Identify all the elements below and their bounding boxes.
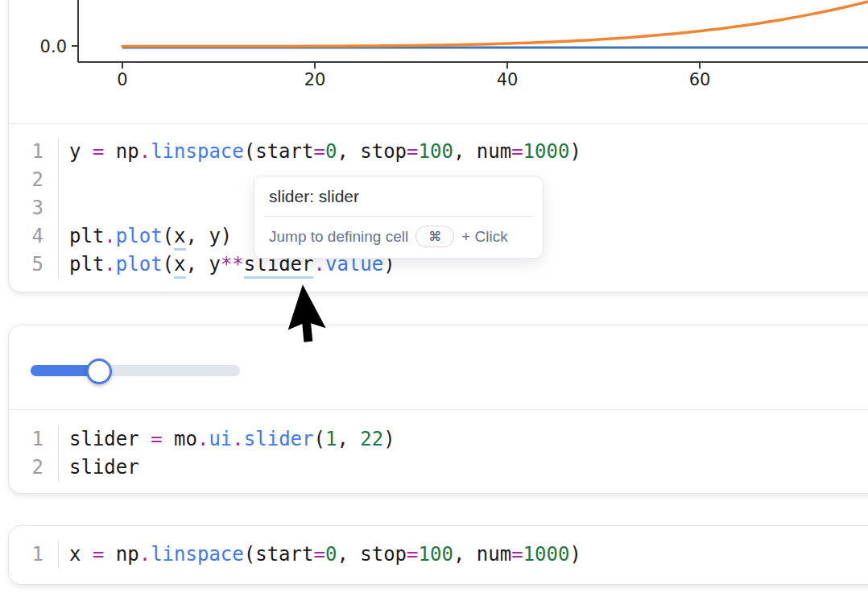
matplotlib-plot-output: 0.00204060	[9, 0, 868, 123]
svg-text:0: 0	[117, 70, 127, 89]
line-number: 3	[9, 194, 59, 222]
code-line[interactable]: 1slider = mo.ui.slider(1, 22)	[9, 425, 868, 454]
line-number: 1	[9, 541, 59, 569]
line-number: 1	[9, 138, 59, 166]
svg-text:40: 40	[497, 70, 519, 89]
notebook-page: 0.00204060 1y = np.linspace(start=0, sto…	[0, 0, 868, 601]
click-suffix: + Click	[461, 228, 508, 246]
mouse-cursor-icon	[302, 284, 358, 365]
line-number: 4	[9, 222, 59, 251]
command-key-badge: ⌘	[415, 226, 454, 247]
slider-widget-output	[9, 325, 868, 409]
svg-text:60: 60	[689, 70, 711, 89]
code-line[interactable]: 1x = np.linspace(start=0, stop=100, num=…	[9, 541, 868, 569]
variable-tooltip: slider: slider Jump to defining cell ⌘ +…	[254, 176, 544, 259]
code-line[interactable]: 2slider	[9, 454, 868, 482]
cell-x-def: 1x = np.linspace(start=0, stop=100, num=…	[8, 525, 868, 585]
line-number: 5	[9, 251, 59, 279]
line-number: 2	[9, 454, 59, 482]
slider-widget[interactable]	[31, 365, 240, 376]
svg-text:20: 20	[304, 70, 326, 89]
jump-to-defining-cell-hint[interactable]: Jump to defining cell	[269, 228, 408, 246]
cell-slider: 1slider = mo.ui.slider(1, 22)2slider	[8, 325, 868, 494]
line-chart: 0.00204060	[9, 0, 868, 123]
slider-thumb[interactable]	[86, 359, 112, 384]
tooltip-variable-title: slider: slider	[254, 176, 543, 216]
line-number: 2	[9, 166, 59, 194]
svg-text:0.0: 0.0	[40, 37, 67, 56]
line-number: 1	[9, 425, 59, 454]
code-line[interactable]: 1y = np.linspace(start=0, stop=100, num=…	[9, 138, 868, 166]
code-editor[interactable]: 1slider = mo.ui.slider(1, 22)2slider	[9, 410, 868, 493]
code-editor[interactable]: 1x = np.linspace(start=0, stop=100, num=…	[9, 526, 868, 582]
